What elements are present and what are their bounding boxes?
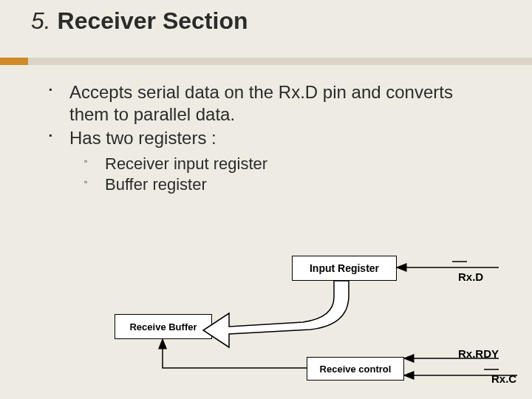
label-rxc: Rx.C — [491, 372, 516, 385]
label-rxrdy: Rx.RDY — [458, 347, 499, 360]
box-receive-buffer: Receive Buffer — [115, 314, 212, 339]
block-arrow-icon — [203, 281, 349, 347]
sub-bullet-1: Receiver input register — [69, 154, 495, 174]
box-input-register: Input Register — [292, 256, 397, 281]
sub-bullet-2: Buffer register — [69, 174, 495, 195]
accent-bar — [0, 58, 28, 65]
body-text: Accepts serial data on the Rx.D pin and … — [44, 81, 495, 196]
bullet-1: Accepts serial data on the Rx.D pin and … — [44, 81, 495, 126]
box-receive-control: Receive control — [307, 357, 404, 381]
bullet-2-text: Has two registers : — [69, 128, 216, 148]
page-title: Receiver Section — [58, 7, 248, 34]
slide: 5. Receiver Section Accepts serial data … — [0, 0, 532, 399]
title-number: 5. — [31, 7, 51, 34]
arrow-ctrl-to-buffer — [163, 339, 307, 368]
label-rxd: Rx.D — [458, 270, 483, 283]
accent-line — [0, 58, 532, 65]
title-area: 5. Receiver Section — [0, 0, 532, 35]
bullet-2: Has two registers : Receiver input regis… — [44, 127, 495, 194]
